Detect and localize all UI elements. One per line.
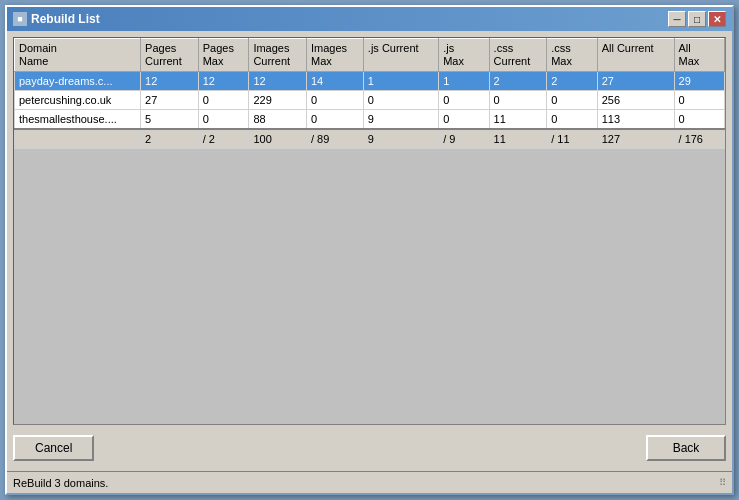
cell-pages_max: 0: [198, 91, 249, 110]
title-bar: ■ Rebuild List ─ □ ✕: [7, 7, 732, 31]
table-row[interactable]: thesmallesthouse....50880901101130: [15, 110, 725, 130]
cell-css_current: 0: [489, 91, 547, 110]
cell-pages_current: 12: [141, 72, 199, 91]
window-icon: ■: [13, 12, 27, 26]
col-js-current: .js Current: [363, 39, 438, 72]
bottom-bar: Cancel Back: [13, 431, 726, 465]
col-pages-max: Pages Max: [198, 39, 249, 72]
cell-images_max: 14: [307, 72, 364, 91]
cell-pages_current: 5: [141, 110, 199, 130]
footer-cell-all_current: 127: [597, 129, 674, 149]
cell-js_current: 0: [363, 91, 438, 110]
cell-css_current: 2: [489, 72, 547, 91]
cell-pages_max: 12: [198, 72, 249, 91]
cell-pages_max: 0: [198, 110, 249, 130]
footer-cell-css_current: 11: [489, 129, 547, 149]
cell-all_max: 29: [674, 72, 724, 91]
table-body: payday-dreams.c...1212121411222729peterc…: [15, 72, 725, 149]
cell-js_max: 1: [439, 72, 489, 91]
footer-cell-images_max: / 89: [307, 129, 364, 149]
cell-all_current: 113: [597, 110, 674, 130]
col-images-current: Images Current: [249, 39, 307, 72]
cell-all_current: 256: [597, 91, 674, 110]
minimize-button[interactable]: ─: [668, 11, 686, 27]
cell-js_max: 0: [439, 91, 489, 110]
col-css-max: .css Max: [547, 39, 597, 72]
cancel-button[interactable]: Cancel: [13, 435, 94, 461]
footer-cell-domain: [15, 129, 141, 149]
cell-js_current: 1: [363, 72, 438, 91]
table-header: Domain Name Pages Current Pages Max Imag…: [15, 39, 725, 72]
cell-css_max: 2: [547, 72, 597, 91]
status-text: ReBuild 3 domains.: [13, 477, 108, 489]
footer-cell-pages_max: / 2: [198, 129, 249, 149]
cell-domain: petercushing.co.uk: [15, 91, 141, 110]
footer-cell-css_max: / 11: [547, 129, 597, 149]
title-bar-left: ■ Rebuild List: [13, 12, 100, 26]
cell-domain: thesmallesthouse....: [15, 110, 141, 130]
footer-cell-js_current: 9: [363, 129, 438, 149]
cell-css_current: 11: [489, 110, 547, 130]
domain-table: Domain Name Pages Current Pages Max Imag…: [14, 38, 725, 149]
close-button[interactable]: ✕: [708, 11, 726, 27]
cell-images_current: 88: [249, 110, 307, 130]
cell-pages_current: 27: [141, 91, 199, 110]
back-button[interactable]: Back: [646, 435, 726, 461]
col-images-max: Images Max: [307, 39, 364, 72]
cell-css_max: 0: [547, 110, 597, 130]
maximize-button[interactable]: □: [688, 11, 706, 27]
table-row[interactable]: payday-dreams.c...1212121411222729: [15, 72, 725, 91]
col-all-current: All Current: [597, 39, 674, 72]
cell-js_current: 9: [363, 110, 438, 130]
table-container: Domain Name Pages Current Pages Max Imag…: [13, 37, 726, 425]
status-bar: ReBuild 3 domains. ⠿: [7, 471, 732, 493]
resize-grip: ⠿: [719, 477, 726, 488]
title-bar-buttons: ─ □ ✕: [668, 11, 726, 27]
cell-domain: payday-dreams.c...: [15, 72, 141, 91]
cell-all_current: 27: [597, 72, 674, 91]
cell-js_max: 0: [439, 110, 489, 130]
col-pages-current: Pages Current: [141, 39, 199, 72]
footer-cell-images_current: 100: [249, 129, 307, 149]
col-css-current: .css Current: [489, 39, 547, 72]
header-row: Domain Name Pages Current Pages Max Imag…: [15, 39, 725, 72]
footer-cell-all_max: / 176: [674, 129, 724, 149]
window-title: Rebuild List: [31, 12, 100, 26]
footer-row: 2/ 2100/ 899/ 911/ 11127/ 176: [15, 129, 725, 149]
cell-all_max: 0: [674, 110, 724, 130]
cell-images_max: 0: [307, 110, 364, 130]
cell-images_current: 12: [249, 72, 307, 91]
footer-cell-pages_current: 2: [141, 129, 199, 149]
table-row[interactable]: petercushing.co.uk270229000002560: [15, 91, 725, 110]
col-domain: Domain Name: [15, 39, 141, 72]
footer-cell-js_max: / 9: [439, 129, 489, 149]
window-content: Domain Name Pages Current Pages Max Imag…: [7, 31, 732, 471]
cell-css_max: 0: [547, 91, 597, 110]
col-all-max: All Max: [674, 39, 724, 72]
cell-all_max: 0: [674, 91, 724, 110]
cell-images_current: 229: [249, 91, 307, 110]
col-js-max: .js Max: [439, 39, 489, 72]
rebuild-list-window: ■ Rebuild List ─ □ ✕ Domain Name Pages C…: [5, 5, 734, 495]
cell-images_max: 0: [307, 91, 364, 110]
